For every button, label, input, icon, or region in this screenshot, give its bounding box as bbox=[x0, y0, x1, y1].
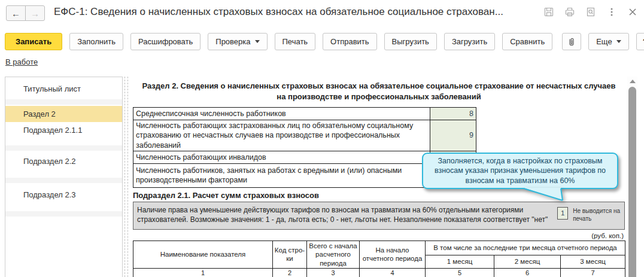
benefit-note-text: Наличие права на уменьшение действующих … bbox=[137, 205, 550, 224]
more-button-label: Еще bbox=[596, 37, 612, 46]
title-bar: ← → ЕФС-1: Сведения о начисленных страхо… bbox=[0, 0, 644, 28]
sidebar-divider bbox=[5, 211, 122, 217]
column-header-month3: 3 месяц bbox=[561, 255, 625, 268]
sidebar-item-label: Титульный лист bbox=[23, 84, 81, 93]
decode-button[interactable]: Расшифровать bbox=[130, 33, 201, 50]
column-header-total: Всего с начала расчетного периода bbox=[307, 241, 360, 268]
section-title: Раздел 2. Сведения о начисленных страхов… bbox=[133, 81, 625, 102]
status-link[interactable]: В работе bbox=[5, 57, 38, 66]
print-icon[interactable] bbox=[564, 7, 575, 17]
attach-button[interactable] bbox=[562, 33, 581, 50]
not-printed-note: Не выводится на печать bbox=[573, 207, 621, 223]
more-dropdown-button[interactable]: Еще bbox=[588, 33, 628, 50]
column-header-month1: 1 месяц bbox=[426, 255, 494, 268]
efs1-form-window: ← → ЕФС-1: Сведения о начисленных страхо… bbox=[0, 0, 644, 277]
import-button-label: Загрузить bbox=[452, 37, 487, 46]
sidebar-item-subsection-2-1-1[interactable]: Подраздел 2.1.1 bbox=[5, 122, 122, 138]
table-row: Численность работающих застрахованных ли… bbox=[133, 120, 476, 151]
sidebar-divider bbox=[5, 145, 122, 151]
currency-units-note: (руб. коп.) bbox=[133, 232, 625, 239]
import-button[interactable]: Загрузить bbox=[444, 33, 495, 50]
close-icon[interactable] bbox=[627, 7, 638, 17]
compare-button-label: Сравнить bbox=[510, 37, 545, 46]
send-button[interactable]: Отправить bbox=[323, 33, 376, 50]
sidebar-item-title-page[interactable]: Титульный лист bbox=[5, 81, 122, 97]
benefit-flag-field[interactable]: 1 bbox=[557, 207, 568, 220]
back-button[interactable]: ← bbox=[6, 5, 26, 21]
indicator-label: Численность работающих инвалидов bbox=[133, 151, 430, 163]
scroll-up-icon[interactable] bbox=[630, 80, 636, 83]
indicator-label: Среднесписочная численность работников bbox=[133, 108, 430, 120]
table-row: Среднесписочная численность работников 8 bbox=[133, 108, 476, 120]
check-button-label: Проверка bbox=[215, 37, 250, 46]
caret-down-icon bbox=[255, 40, 260, 43]
indicator-label: Численность работников, занятых на работ… bbox=[133, 163, 430, 187]
sidebar-item-label: Раздел 2 bbox=[23, 109, 56, 118]
print-button[interactable]: Печать bbox=[275, 33, 316, 50]
vertical-scrollbar[interactable] bbox=[627, 77, 637, 277]
arrow-right-icon: → bbox=[31, 8, 40, 19]
help-button[interactable]: ? bbox=[636, 33, 644, 50]
fill-button[interactable]: Заполнить bbox=[69, 33, 123, 50]
column-header-group: В том числе за последние три месяца отче… bbox=[426, 241, 625, 255]
column-header-month2: 2 месяц bbox=[494, 255, 561, 268]
window-action-icons bbox=[543, 7, 638, 17]
benefit-note-panel: Наличие права на уменьшение действующих … bbox=[133, 202, 625, 230]
sidebar-divider bbox=[5, 178, 122, 183]
page-title: ЕФС-1: Сведения о начисленных страховых … bbox=[54, 6, 555, 18]
save-icon[interactable] bbox=[543, 7, 554, 17]
arrow-left-icon: ← bbox=[11, 8, 20, 19]
section-navigator: Титульный лист Раздел 2 Подраздел 2.1.1 … bbox=[5, 77, 123, 277]
column-index: 4 bbox=[360, 268, 426, 277]
caret-down-icon bbox=[616, 40, 621, 43]
sidebar-item-subsection-2-3[interactable]: Подраздел 2.3 bbox=[5, 187, 122, 203]
tooltip-callout: Заполняется, когда в настройках по страх… bbox=[422, 153, 618, 189]
kebab-menu-icon[interactable] bbox=[606, 7, 617, 17]
sidebar-item-subsection-2-2[interactable]: Подраздел 2.2 bbox=[5, 153, 122, 169]
column-index: 1 bbox=[133, 268, 273, 277]
column-index: 3 bbox=[307, 268, 360, 277]
column-header-code: Код стро- ки bbox=[273, 241, 307, 268]
sidebar-item-label: Подраздел 2.1.1 bbox=[23, 126, 82, 135]
sidebar-splitter[interactable] bbox=[124, 77, 128, 277]
column-index: 6 bbox=[494, 268, 561, 277]
sidebar-divider bbox=[5, 99, 122, 105]
decode-button-label: Расшифровать bbox=[138, 37, 193, 46]
contributions-table: Наименование показателя Код стро- ки Все… bbox=[133, 241, 625, 277]
paperclip-icon bbox=[566, 36, 577, 47]
compare-button[interactable]: Сравнить bbox=[502, 33, 552, 50]
send-button-label: Отправить bbox=[330, 37, 369, 46]
table-header-row: Наименование показателя Код стро- ки Все… bbox=[133, 241, 625, 255]
export-button-label: Выгрузить bbox=[392, 37, 429, 46]
column-index: 7 bbox=[561, 268, 625, 277]
column-index: 5 bbox=[426, 268, 494, 277]
check-dropdown-button[interactable]: Проверка bbox=[208, 33, 267, 50]
indicator-value-field[interactable]: 8 bbox=[430, 108, 476, 120]
forward-button[interactable]: → bbox=[25, 5, 45, 21]
indicator-label: Численность работающих застрахованных ли… bbox=[133, 120, 430, 151]
history-nav: ← → bbox=[6, 5, 45, 21]
scrollbar-thumb[interactable] bbox=[628, 87, 636, 277]
fill-button-label: Заполнить bbox=[77, 37, 116, 46]
tooltip-text: Заполняется, когда в настройках по страх… bbox=[422, 153, 618, 189]
sidebar-item-label: Подраздел 2.3 bbox=[23, 190, 76, 199]
save-button-label: Записать bbox=[16, 37, 51, 46]
sidebar-item-label: Подраздел 2.2 bbox=[23, 157, 76, 166]
toolbar: Записать Заполнить Расшифровать Проверка… bbox=[5, 33, 644, 50]
indicator-value-field[interactable]: 9 bbox=[430, 120, 476, 151]
column-header-name: Наименование показателя bbox=[133, 241, 273, 268]
column-header-begin: На начало отчетного периода bbox=[360, 241, 426, 268]
save-button[interactable]: Записать bbox=[5, 33, 62, 50]
column-index-row: 1 2 3 4 5 6 7 bbox=[133, 268, 625, 277]
column-index: 2 bbox=[273, 268, 307, 277]
print-button-label: Печать bbox=[282, 37, 308, 46]
tooltip-tail-icon bbox=[515, 188, 569, 201]
sidebar-item-section-2[interactable]: Раздел 2 bbox=[5, 106, 122, 122]
preview-icon[interactable] bbox=[585, 7, 596, 17]
export-button[interactable]: Выгрузить bbox=[384, 33, 437, 50]
